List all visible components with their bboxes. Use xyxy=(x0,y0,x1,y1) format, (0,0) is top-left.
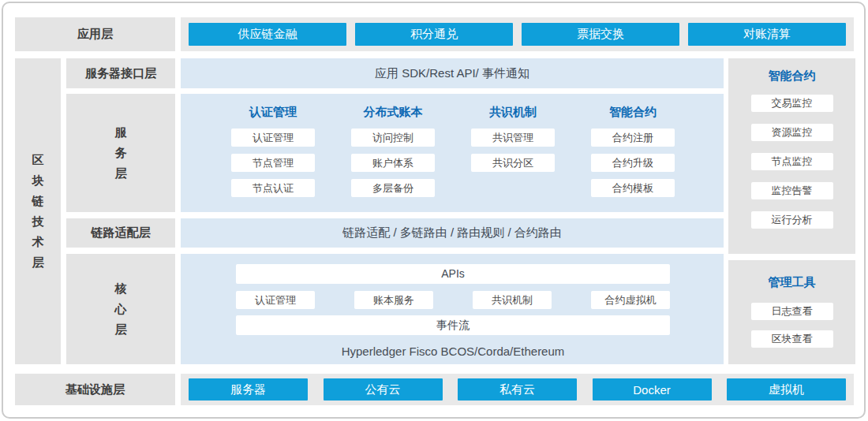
service-item: 节点管理 xyxy=(231,154,315,172)
link-layer-content-text: 链路适配 / 多链路由 / 路由规则 / 合约路由 xyxy=(342,225,562,240)
service-column-header: 认证管理 xyxy=(249,105,297,119)
service-item: 合约升级 xyxy=(591,154,675,172)
monitor-panel: 智能合约 交易监控 资源监控 节点监控 监控告警 运行分析 xyxy=(728,58,855,254)
interface-layer-label: 服务器接口层 xyxy=(66,58,175,88)
apis-bar: APIs xyxy=(236,264,670,284)
service-column-header: 分布式账本 xyxy=(364,105,423,119)
service-layer-label: 服务层 xyxy=(66,94,175,212)
link-layer-content: 链路适配 / 多链路由 / 路由规则 / 合约路由 xyxy=(181,218,724,248)
monitor-item: 交易监控 xyxy=(751,95,833,112)
service-item: 合约模板 xyxy=(591,179,675,197)
service-item: 账户体系 xyxy=(351,154,435,172)
infra-button-vm: 虚拟机 xyxy=(727,378,846,401)
infra-layer-label-text: 基础设施层 xyxy=(65,382,125,397)
core-module: 账本服务 xyxy=(354,291,433,309)
core-module: 共识机制 xyxy=(473,291,552,309)
link-layer-label-text: 链路适配层 xyxy=(92,225,151,240)
core-module: 合约虚拟机 xyxy=(591,291,670,309)
service-item: 访问控制 xyxy=(351,129,435,147)
monitor-item: 节点监控 xyxy=(751,153,833,170)
service-layer-panel: 认证管理 认证管理 节点管理 节点认证 分布式账本 访问控制 账户体系 多层备份… xyxy=(181,94,724,212)
core-layer-label-text: 核心层 xyxy=(114,278,128,340)
blockchain-layer-label-text: 区块链技术层 xyxy=(32,150,45,273)
infra-button-server: 服务器 xyxy=(189,378,308,401)
tools-panel: 管理工具 日志查看 区块查看 xyxy=(728,260,855,364)
app-layer-strip: 供应链金融 积分通兑 票据交换 对账清算 xyxy=(181,17,854,51)
monitor-item: 监控告警 xyxy=(751,182,833,199)
event-stream-bar: 事件流 xyxy=(236,315,670,335)
service-item: 节点认证 xyxy=(231,179,315,197)
service-column-ledger: 分布式账本 访问控制 账户体系 多层备份 xyxy=(351,105,435,212)
app-layer-label-text: 应用层 xyxy=(77,27,113,42)
infra-button-private-cloud: 私有云 xyxy=(458,378,577,401)
blockchain-layer-label: 区块链技术层 xyxy=(15,58,61,364)
service-layer-label-text: 服务层 xyxy=(114,122,128,184)
infra-button-docker: Docker xyxy=(593,378,712,401)
core-layer-label: 核心层 xyxy=(66,254,175,364)
core-layer-panel: APIs 认证管理 账本服务 共识机制 合约虚拟机 事件流 Hyperledge… xyxy=(181,254,724,364)
core-modules-row: 认证管理 账本服务 共识机制 合约虚拟机 xyxy=(236,291,670,309)
monitor-panel-header: 智能合约 xyxy=(769,69,816,83)
service-column-consensus: 共识机制 共识管理 共识分区 xyxy=(471,105,555,212)
architecture-diagram: 应用层 供应链金融 积分通兑 票据交换 对账清算 区块链技术层 服务器接口层 服… xyxy=(2,2,866,419)
infra-button-public-cloud: 公有云 xyxy=(324,378,443,401)
infra-layer-strip: 服务器 公有云 私有云 Docker 虚拟机 xyxy=(181,374,854,405)
service-item: 多层备份 xyxy=(351,179,435,197)
core-module: 认证管理 xyxy=(236,291,315,309)
service-column-smart-contract: 智能合约 合约注册 合约升级 合约模板 xyxy=(591,105,675,212)
infra-layer-label: 基础设施层 xyxy=(15,374,175,405)
interface-layer-content-text: 应用 SDK/Rest API/ 事件通知 xyxy=(375,66,529,81)
app-button-points-exchange: 积分通兑 xyxy=(355,23,513,46)
interface-layer-label-text: 服务器接口层 xyxy=(85,66,156,81)
service-column-header: 智能合约 xyxy=(609,105,657,119)
monitor-item: 运行分析 xyxy=(751,211,833,229)
tools-item: 区块查看 xyxy=(751,330,833,348)
platforms-text: Hyperledger Fisco BCOS/Corda/Ethereum xyxy=(236,345,670,358)
monitor-item: 资源监控 xyxy=(751,124,833,141)
service-item: 合约注册 xyxy=(591,129,675,147)
tools-item: 日志查看 xyxy=(751,303,833,320)
app-button-bill-exchange: 票据交换 xyxy=(522,23,679,46)
app-button-supply-chain-finance: 供应链金融 xyxy=(189,23,346,46)
service-item: 共识分区 xyxy=(471,154,555,172)
service-column-header: 共识机制 xyxy=(489,105,537,119)
app-layer-label: 应用层 xyxy=(15,17,175,51)
interface-layer-content: 应用 SDK/Rest API/ 事件通知 xyxy=(181,58,724,88)
tools-panel-header: 管理工具 xyxy=(769,275,816,289)
service-column-auth: 认证管理 认证管理 节点管理 节点认证 xyxy=(231,105,315,212)
service-item: 共识管理 xyxy=(471,129,555,147)
service-item: 认证管理 xyxy=(231,129,315,147)
link-layer-label: 链路适配层 xyxy=(66,218,175,248)
app-button-reconciliation: 对账清算 xyxy=(688,23,846,46)
